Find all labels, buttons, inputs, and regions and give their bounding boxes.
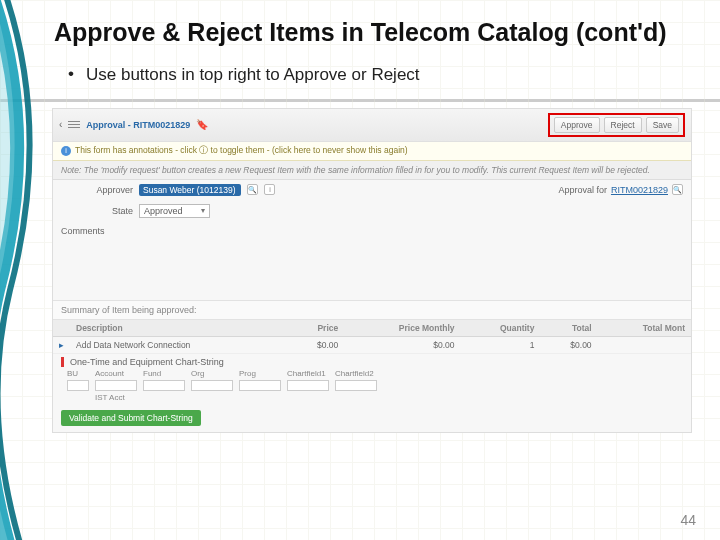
cs-cf1-input[interactable]	[287, 380, 329, 391]
table-row[interactable]: ▸ Add Data Network Connection $0.00 $0.0…	[53, 336, 691, 353]
col-quantity: Quantity	[461, 320, 541, 337]
cs-prog-input[interactable]	[239, 380, 281, 391]
cs-fund-label: Fund	[143, 369, 185, 378]
cs-account-input[interactable]	[95, 380, 137, 391]
summary-table: Description Price Price Monthly Quantity…	[53, 320, 691, 354]
info-icon[interactable]: i	[61, 146, 71, 156]
state-select[interactable]: Approved ▾	[139, 204, 210, 218]
summary-heading: Summary of Item being approved:	[53, 300, 691, 320]
col-total-monthly: Total Mont	[598, 320, 691, 337]
approval-for-link[interactable]: RITM0021829	[611, 185, 668, 195]
cell-price: $0.00	[287, 336, 344, 353]
back-icon[interactable]: ‹	[59, 119, 62, 130]
col-price: Price	[287, 320, 344, 337]
record-title[interactable]: Approval - RITM0021829	[86, 120, 190, 130]
state-label: State	[61, 206, 133, 216]
cs-prog-label: Prog	[239, 369, 281, 378]
cs-cf1-label: Chartfield1	[287, 369, 329, 378]
approve-button[interactable]: Approve	[554, 117, 600, 133]
lookup-icon[interactable]: 🔍	[672, 184, 683, 195]
cs-bu-label: BU	[67, 369, 89, 378]
save-button[interactable]: Save	[646, 117, 679, 133]
approver-value[interactable]: Susan Weber (1012139)	[139, 184, 241, 196]
lookup-icon[interactable]: 🔍	[247, 184, 258, 195]
ist-acct-label: IST Acct	[95, 393, 137, 402]
cell-description: Add Data Network Connection	[70, 336, 287, 353]
col-price-monthly: Price Monthly	[344, 320, 460, 337]
chartstring-heading: One-Time and Equipment Chart-String	[61, 357, 683, 367]
note-banner: Note: The 'modify request' button create…	[53, 161, 691, 180]
cs-org-input[interactable]	[191, 380, 233, 391]
cell-total-monthly	[598, 336, 691, 353]
tag-icon[interactable]: 🔖	[196, 119, 208, 130]
table-header-row: Description Price Price Monthly Quantity…	[53, 320, 691, 337]
slide-title: Approve & Reject Items in Telecom Catalo…	[54, 18, 690, 47]
cell-total: $0.00	[540, 336, 597, 353]
app-header: ‹ Approval - RITM0021829 🔖 Approve Rejec…	[53, 109, 691, 142]
col-description: Description	[70, 320, 287, 337]
menu-icon[interactable]	[68, 119, 80, 130]
app-screenshot: ‹ Approval - RITM0021829 🔖 Approve Rejec…	[52, 108, 692, 433]
approver-label: Approver	[61, 185, 133, 195]
page-number: 44	[680, 512, 696, 528]
action-button-highlight: Approve Reject Save	[548, 113, 685, 137]
cell-qty: 1	[461, 336, 541, 353]
annotation-text: This form has annotations - click ⓘ to t…	[75, 145, 408, 157]
bullet-item: Use buttons in top right to Approve or R…	[86, 65, 690, 85]
info-small-icon[interactable]: i	[264, 184, 275, 195]
comments-label: Comments	[61, 226, 105, 236]
validate-chartstring-button[interactable]: Validate and Submit Chart-String	[61, 410, 201, 426]
expand-icon[interactable]: ▸	[59, 340, 64, 350]
cs-cf2-input[interactable]	[335, 380, 377, 391]
cs-bu-input[interactable]	[67, 380, 89, 391]
annotation-banner: i This form has annotations - click ⓘ to…	[53, 142, 691, 161]
cs-fund-input[interactable]	[143, 380, 185, 391]
chartstring-grid: BU AccountIST Acct Fund Org Prog Chartfi…	[53, 367, 691, 406]
cs-org-label: Org	[191, 369, 233, 378]
approval-for-label: Approval for	[558, 185, 607, 195]
state-value: Approved	[144, 206, 183, 216]
cs-cf2-label: Chartfield2	[335, 369, 377, 378]
cell-price-monthly: $0.00	[344, 336, 460, 353]
col-total: Total	[540, 320, 597, 337]
chevron-down-icon: ▾	[201, 206, 205, 215]
reject-button[interactable]: Reject	[604, 117, 642, 133]
cs-account-label: Account	[95, 369, 137, 378]
